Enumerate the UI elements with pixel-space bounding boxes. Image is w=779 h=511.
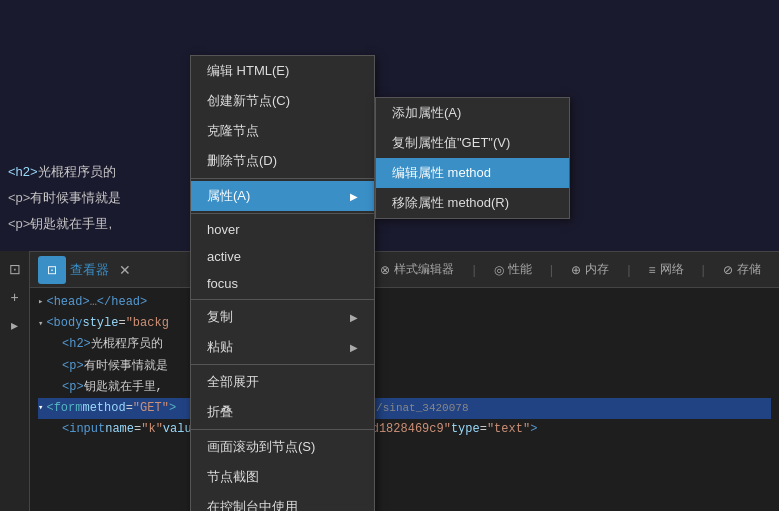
submenu-item-edit-attr[interactable]: 编辑属性 method	[376, 158, 569, 188]
menu-divider-2	[191, 213, 374, 214]
menu-divider-5	[191, 429, 374, 430]
menu-item-active[interactable]: active	[191, 243, 374, 270]
context-menu: 编辑 HTML(E) 创建新节点(C) 克隆节点 删除节点(D) 属性(A) ▶…	[190, 55, 375, 511]
tree-line-form[interactable]: ▾ <form method="GET" > /sinat_3420078	[38, 398, 771, 419]
page-line-3: <p>钥匙就在手里,	[8, 211, 121, 237]
tree-line-body[interactable]: ▾ <body style="backg	[38, 313, 771, 334]
devtools-toolbar: ⊡ 查看器 ✕ ⊗ 样式编辑器 | ◎ 性能 | ⊕ 内存 | ≡ 网络 | ⊘…	[30, 252, 779, 288]
submenu-item-remove-attr[interactable]: 移除属性 method(R)	[376, 188, 569, 218]
menu-divider-4	[191, 364, 374, 365]
memory-icon: ⊕	[571, 263, 581, 277]
collapse-icon[interactable]: ▸	[5, 315, 25, 335]
page-line-2: <p>有时候事情就是	[8, 185, 121, 211]
devtools-left-panel: ⊡ + ▸	[0, 251, 30, 511]
menu-item-clone-node[interactable]: 克隆节点	[191, 116, 374, 146]
storage-icon: ⊘	[723, 263, 733, 277]
menu-item-expand-all[interactable]: 全部展开	[191, 367, 374, 397]
tab-performance[interactable]: ◎ 性能	[484, 257, 542, 282]
menu-item-copy[interactable]: 复制 ▶	[191, 302, 374, 332]
menu-item-attribute[interactable]: 属性(A) ▶	[191, 181, 374, 211]
menu-item-scroll-to-node[interactable]: 画面滚动到节点(S)	[191, 432, 374, 462]
inspector-tab[interactable]: 查看器	[70, 261, 109, 279]
attribute-submenu: 添加属性(A) 复制属性值"GET"(V) 编辑属性 method 移除属性 m…	[375, 97, 570, 219]
page-line-1: <h2>光棍程序员的	[8, 159, 121, 185]
tree-line-p1[interactable]: <p> 有时候事情就是	[38, 356, 771, 377]
menu-item-collapse[interactable]: 折叠	[191, 397, 374, 427]
submenu-item-copy-attr-val[interactable]: 复制属性值"GET"(V)	[376, 128, 569, 158]
network-icon: ≡	[649, 263, 656, 277]
paste-arrow-icon: ▶	[350, 342, 358, 353]
tab-storage[interactable]: ⊘ 存储	[713, 257, 771, 282]
menu-item-use-in-console[interactable]: 在控制台中使用	[191, 492, 374, 511]
menu-item-delete-node[interactable]: 删除节点(D)	[191, 146, 374, 176]
menu-item-edit-html[interactable]: 编辑 HTML(E)	[191, 56, 374, 86]
menu-item-hover[interactable]: hover	[191, 216, 374, 243]
tab-network[interactable]: ≡ 网络	[639, 257, 694, 282]
menu-item-paste[interactable]: 粘贴 ▶	[191, 332, 374, 362]
add-icon[interactable]: +	[5, 287, 25, 307]
triangle-icon: ▸	[38, 295, 43, 309]
close-inspector-icon[interactable]: ✕	[113, 258, 137, 282]
inspector-icon[interactable]: ⊡	[38, 256, 66, 284]
menu-item-screenshot[interactable]: 节点截图	[191, 462, 374, 492]
menu-item-focus[interactable]: focus	[191, 270, 374, 297]
submenu-item-add-attr[interactable]: 添加属性(A)	[376, 98, 569, 128]
triangle-icon-form: ▾	[38, 401, 43, 415]
tree-line-input[interactable]: <input name="k" value="40db5c9d7e5bd2a3d…	[38, 419, 771, 440]
menu-item-create-node[interactable]: 创建新节点(C)	[191, 86, 374, 116]
html-tree: ▸ <head> … </head> ▾ <body style="backg …	[30, 288, 779, 444]
tree-line-head[interactable]: ▸ <head> … </head>	[38, 292, 771, 313]
triangle-icon-2: ▾	[38, 317, 43, 331]
style-icon: ⊗	[380, 263, 390, 277]
tree-line-p2[interactable]: <p> 钥匙就在手里,	[38, 377, 771, 398]
perf-icon: ◎	[494, 263, 504, 277]
devtools-panel: ⊡ + ▸ ⊡ 查看器 ✕ ⊗ 样式编辑器 | ◎ 性能 | ⊕ 内存 | ≡ …	[0, 251, 779, 511]
menu-divider-3	[191, 299, 374, 300]
submenu-arrow-icon: ▶	[350, 191, 358, 202]
tree-line-h2[interactable]: <h2> 光棍程序员的	[38, 334, 771, 355]
menu-divider-1	[191, 178, 374, 179]
copy-arrow-icon: ▶	[350, 312, 358, 323]
tab-memory[interactable]: ⊕ 内存	[561, 257, 619, 282]
inspect-icon[interactable]: ⊡	[5, 259, 25, 279]
tab-style-editor[interactable]: ⊗ 样式编辑器	[370, 257, 464, 282]
